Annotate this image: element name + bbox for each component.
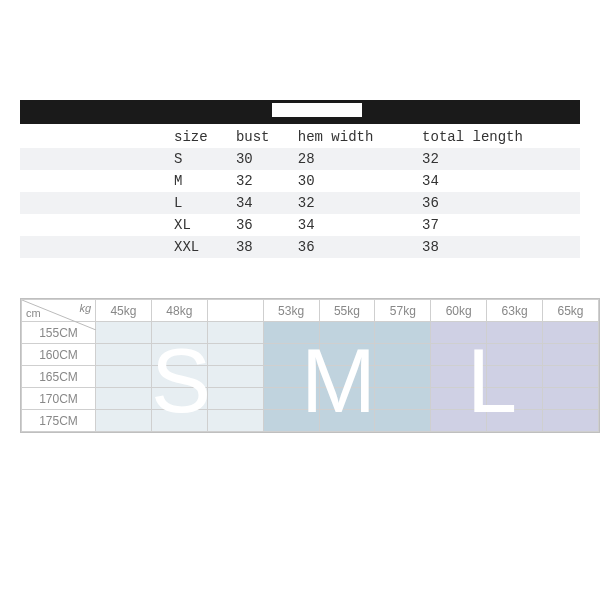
col-total: total length — [418, 126, 580, 148]
white-patch — [272, 103, 362, 117]
table-row: M323034 — [20, 170, 580, 192]
height-weight-chart: cm kg 45kg 48kg 53kg 55kg 57kg 60kg 63kg… — [20, 298, 600, 433]
table-row: XL363437 — [20, 214, 580, 236]
size-table: size bust hem width total length S302832… — [20, 126, 580, 258]
table-row: 175CM — [22, 410, 599, 432]
table-row: 165CM — [22, 366, 599, 388]
size-table-header: size bust hem width total length — [20, 126, 580, 148]
hw-table: cm kg 45kg 48kg 53kg 55kg 57kg 60kg 63kg… — [21, 299, 599, 432]
header-bar — [20, 100, 580, 124]
col-bust: bust — [232, 126, 294, 148]
col-hem: hem width — [294, 126, 418, 148]
table-row: L343236 — [20, 192, 580, 214]
table-row: 160CM — [22, 344, 599, 366]
table-row: S302832 — [20, 148, 580, 170]
col-size: size — [170, 126, 232, 148]
table-row: 155CM — [22, 322, 599, 344]
hw-header-row: cm kg 45kg 48kg 53kg 55kg 57kg 60kg 63kg… — [22, 300, 599, 322]
table-row: 170CM — [22, 388, 599, 410]
hw-corner-cell: cm kg — [22, 300, 96, 322]
table-row: XXL383638 — [20, 236, 580, 258]
